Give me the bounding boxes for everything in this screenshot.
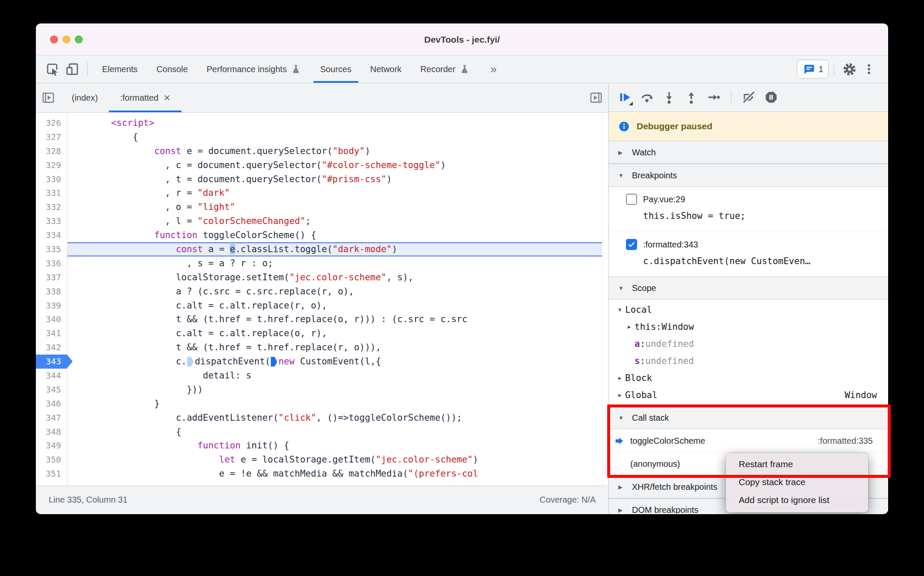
code-line-341: 341 c.alt = c.alt.replace(o, r),: [36, 326, 602, 340]
scope-row-global[interactable]: ▶GlobalWindow: [609, 387, 888, 404]
code-editor[interactable]: 326 <script>327 {328 const e = document.…: [36, 113, 608, 486]
settings-button[interactable]: [839, 59, 859, 79]
line-number[interactable]: 338: [36, 285, 67, 299]
section-breakpoints[interactable]: ▼ Breakpoints: [609, 164, 888, 187]
chevron-down-icon[interactable]: ▼: [618, 307, 625, 313]
pause-on-exceptions-button[interactable]: [761, 87, 781, 107]
inspect-icon: [45, 62, 60, 76]
line-number[interactable]: 331: [36, 186, 67, 200]
code-line-content: c.alt = c.alt.replace(r, o),: [67, 299, 602, 313]
inspect-element-button[interactable]: [43, 59, 62, 79]
frame-location[interactable]: :formatted:335: [818, 436, 873, 446]
scope-name: this: [635, 322, 656, 332]
line-number[interactable]: 342: [36, 340, 67, 355]
code-line-content: t && (t.href = t.href.replace(o, r))) : …: [67, 312, 602, 326]
step-into-button[interactable]: [659, 87, 679, 107]
tab-network[interactable]: Network: [361, 55, 411, 83]
section-call-stack[interactable]: ▼ Call stack: [609, 406, 888, 429]
line-number[interactable]: 340: [36, 312, 67, 326]
experiment-flask-icon: [459, 64, 470, 75]
line-number[interactable]: 347: [36, 411, 67, 425]
editor-scrollbar[interactable]: [602, 113, 608, 486]
line-number[interactable]: 335: [36, 242, 67, 256]
line-number[interactable]: 327: [36, 130, 67, 144]
line-number[interactable]: 326: [36, 116, 67, 130]
code-line-330: 330 , t = document.querySelector("#prism…: [36, 172, 602, 186]
menu-item-copy-stack-trace[interactable]: Copy stack trace: [726, 473, 868, 491]
call-stack-frame[interactable]: toggleColorScheme:formatted:335: [609, 429, 888, 452]
debugger-sidebar: Debugger paused ▶ Watch ▼ Breakpoints Pa…: [608, 83, 888, 514]
scope-row-s[interactable]: s: undefined: [609, 352, 888, 369]
code-line-content: {: [67, 130, 602, 144]
code-line-342: 342 t && (t.href = t.href.replace(r, o))…: [36, 340, 602, 355]
code-line-351: 351 e = !e && matchMedia && matchMedia("…: [36, 467, 602, 481]
tab-sources[interactable]: Sources: [311, 55, 361, 83]
close-tab-icon[interactable]: ✕: [164, 93, 170, 103]
line-number[interactable]: 346: [36, 397, 67, 411]
line-number[interactable]: 337: [36, 271, 67, 285]
file-tab-index[interactable]: (index): [61, 83, 109, 112]
breakpoint-list: Pay.vue:29this.isShow = true;:formatted:…: [609, 187, 888, 276]
scope-row-block[interactable]: ▶Block: [609, 369, 888, 387]
line-number[interactable]: 332: [36, 200, 67, 214]
line-number[interactable]: 329: [36, 158, 67, 172]
code-line-337: 337 localStorage.setItem("jec.color-sche…: [36, 271, 602, 285]
line-number[interactable]: 328: [36, 144, 67, 158]
coverage-label: Coverage: N/A: [540, 495, 596, 505]
step-button[interactable]: [704, 87, 723, 107]
line-number[interactable]: 339: [36, 299, 67, 313]
line-number[interactable]: 330: [36, 172, 67, 186]
line-number[interactable]: 333: [36, 214, 67, 228]
active-step-location-marker-icon[interactable]: [271, 357, 277, 367]
line-number[interactable]: 351: [36, 467, 67, 481]
line-number[interactable]: 345: [36, 383, 67, 397]
chevron-right-icon[interactable]: ▶: [628, 324, 635, 330]
line-number[interactable]: 334: [36, 228, 67, 242]
check-icon: [627, 240, 636, 249]
menu-item-add-script-to-ignore-list[interactable]: Add script to ignore list: [726, 491, 868, 509]
section-watch[interactable]: ▶ Watch: [609, 141, 888, 164]
issues-chat-button[interactable]: 1: [797, 60, 829, 79]
toggle-debugger-sidebar-button[interactable]: [584, 83, 608, 112]
tab-recorder[interactable]: Recorder: [411, 55, 479, 83]
tab-performance-insights[interactable]: Performance insights: [197, 55, 311, 83]
menu-item-restart-frame[interactable]: Restart frame: [726, 455, 868, 473]
chevron-right-icon[interactable]: ▶: [618, 392, 625, 398]
line-number[interactable]: 349: [36, 439, 67, 453]
scope-row-local[interactable]: ▼Local: [609, 301, 888, 318]
file-tab-formatted[interactable]: :formatted ✕: [109, 83, 181, 112]
breakpoint-code-snippet: this.isShow = true;: [643, 209, 888, 223]
deactivate-breakpoints-button[interactable]: [739, 87, 759, 107]
code-line-content: e = !e && matchMedia && matchMedia("(pre…: [67, 467, 602, 481]
breakpoint-item[interactable]: :formatted:343c.dispatchEvent(new Custom…: [609, 232, 888, 276]
toggle-navigator-sidebar-button[interactable]: [36, 83, 61, 112]
code-line-content: localStorage.setItem("jec.color-scheme",…: [67, 271, 602, 285]
execution-line-badge[interactable]: 343: [36, 355, 67, 369]
more-tabs-button[interactable]: »: [480, 63, 508, 76]
device-toolbar-button[interactable]: [62, 59, 82, 79]
step-location-marker-icon[interactable]: [187, 357, 193, 367]
line-number[interactable]: 341: [36, 326, 67, 340]
main-toolbar: ElementsConsolePerformance insightsSourc…: [36, 55, 888, 83]
line-number[interactable]: 344: [36, 369, 67, 383]
code-line-344: 344 detail: s: [36, 369, 602, 383]
scope-name: s: [635, 356, 640, 366]
tab-console[interactable]: Console: [147, 55, 197, 83]
step-out-button[interactable]: [681, 87, 701, 107]
breakpoint-item[interactable]: Pay.vue:29this.isShow = true;: [609, 187, 888, 232]
section-scope[interactable]: ▼ Scope: [609, 276, 888, 300]
code-line-349: 349 function init() {: [36, 439, 602, 453]
breakpoint-checkbox[interactable]: [626, 194, 637, 205]
chevron-right-icon[interactable]: ▶: [618, 375, 625, 381]
line-number[interactable]: 350: [36, 453, 67, 467]
tab-elements[interactable]: Elements: [93, 55, 147, 83]
resume-script-button[interactable]: [615, 87, 635, 107]
scope-row-a[interactable]: a: undefined: [609, 335, 888, 352]
line-number[interactable]: 336: [36, 256, 67, 271]
scope-row-this[interactable]: ▶this: Window: [609, 318, 888, 335]
line-number[interactable]: 348: [36, 425, 67, 439]
breakpoint-checkbox[interactable]: [626, 239, 637, 250]
code-line-content: function toggleColorScheme() {: [67, 228, 602, 242]
customize-devtools-button[interactable]: [859, 59, 879, 79]
step-over-button[interactable]: [637, 87, 657, 107]
